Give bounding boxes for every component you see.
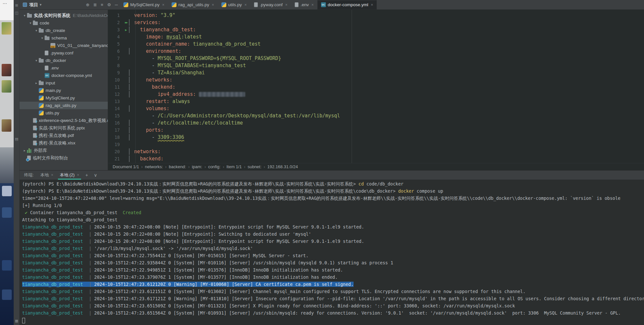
tab-env[interactable]: .env× bbox=[291, 0, 317, 9]
tree-item-rag-api-utils-py[interactable]: rag_api_utils.py bbox=[20, 102, 108, 109]
close-icon[interactable]: × bbox=[162, 3, 164, 7]
close-icon[interactable]: × bbox=[371, 3, 373, 7]
tree-item-item[interactable]: ▸外部库 bbox=[20, 147, 108, 154]
breadcrumb-item[interactable]: subnet: bbox=[247, 164, 261, 169]
code-line-19[interactable]: 19 bbox=[108, 141, 644, 148]
tree-item-code[interactable]: ▾code bbox=[20, 19, 108, 27]
tab-mysqlclient-py[interactable]: MySqlClient.py× bbox=[120, 0, 168, 9]
tree-item-db-docker[interactable]: ▾db_docker bbox=[20, 57, 108, 64]
chevron-down-icon[interactable]: ▾ bbox=[34, 29, 39, 32]
code-line-21[interactable]: 21 backend: bbox=[108, 155, 644, 162]
project-tree[interactable]: ▾实战-实时问答系统E:\BaiduNetdiskDownl▾code▾db_c… bbox=[20, 10, 108, 170]
tree-item-xinference-qwen2-5-14b-mp4[interactable]: xinference-qwen2.5-14b_教学视频.mp4 bbox=[20, 117, 108, 124]
tab-utils-py[interactable]: utils.py× bbox=[218, 0, 250, 9]
fold-marker[interactable] bbox=[129, 156, 134, 162]
tree-item-schema[interactable]: ▾schema bbox=[20, 34, 108, 42]
close-icon[interactable]: × bbox=[312, 3, 314, 7]
breadcrumb-item[interactable]: ipam: bbox=[192, 164, 202, 169]
tab-docker-compose-yml[interactable]: docker-compose.yml× bbox=[317, 0, 377, 9]
tab-pyway-conf[interactable]: .pyway.conf× bbox=[250, 0, 291, 9]
tree-item-pptx[interactable]: 实战-实时问答系统.pptx bbox=[20, 124, 108, 132]
terminal-console[interactable]: (pytorch) PS E:\BaiduNetdiskDownload\39-… bbox=[20, 180, 644, 325]
breadcrumb-item[interactable]: Item 1/1 bbox=[226, 164, 242, 169]
code-line-17[interactable]: 17 ports: bbox=[108, 126, 644, 134]
close-icon[interactable]: × bbox=[212, 3, 214, 7]
fold-marker[interactable] bbox=[129, 120, 134, 126]
project-tool-icon[interactable]: ⊞ bbox=[14, 3, 20, 7]
fold-marker[interactable] bbox=[129, 149, 134, 155]
collapse-all-icon[interactable]: ≣ bbox=[93, 2, 97, 7]
tree-item-input[interactable]: ▸input bbox=[20, 79, 108, 87]
run-icon[interactable]: ▶ bbox=[123, 28, 129, 32]
project-panel-title[interactable]: 项目 bbox=[29, 2, 38, 8]
code-line-7[interactable]: 7 - MYSQL_ROOT_PASSWORD=${MYSQL_ROOT_PAS… bbox=[108, 55, 644, 62]
close-icon[interactable]: × bbox=[285, 3, 287, 7]
terminal-dropdown-icon[interactable]: ∨ bbox=[91, 170, 100, 180]
code-line-12[interactable]: 12 ipv4_address: bbox=[108, 91, 644, 98]
new-terminal-button[interactable]: + bbox=[82, 170, 91, 180]
chevron-down-icon[interactable]: ▾ bbox=[22, 14, 27, 17]
breadcrumb-item[interactable]: Document 1/1 bbox=[113, 164, 139, 169]
terminal-tab-2[interactable]: 本地 (2)× bbox=[57, 170, 83, 180]
chevron-down-icon[interactable]: ▾ bbox=[40, 36, 45, 40]
tree-item-xlsx[interactable]: 携程-景点攻略.xlsx bbox=[20, 139, 108, 147]
code-line-3[interactable]: 3▶ tianyancha_db_test: bbox=[108, 26, 644, 33]
fold-marker[interactable] bbox=[129, 84, 134, 90]
fold-marker[interactable] bbox=[129, 91, 134, 97]
fold-marker[interactable] bbox=[129, 27, 134, 33]
code-area[interactable]: 1version: "3.9"2▶▶services:3▶ tianyancha… bbox=[108, 10, 644, 163]
code-line-13[interactable]: 13 restart: always bbox=[108, 98, 644, 105]
hide-icon[interactable]: ─ bbox=[115, 2, 118, 7]
code-line-16[interactable]: 16 - /etc/localtime:/etc/localtime bbox=[108, 119, 644, 126]
terminal-tool-icon[interactable]: ▦ bbox=[14, 319, 20, 323]
tree-item-main-py[interactable]: main.py bbox=[20, 87, 108, 94]
tree-item-utils-py[interactable]: utils.py bbox=[20, 109, 108, 117]
tree-item-pyway-conf[interactable]: .pyway.conf bbox=[20, 49, 108, 57]
code-line-5[interactable]: 5 container_name: tianyancha_db_prod_tes… bbox=[108, 40, 644, 48]
code-line-11[interactable]: 11 backend: bbox=[108, 83, 644, 91]
fold-marker[interactable] bbox=[129, 127, 134, 133]
tree-item-item[interactable]: 临时文件和控制台 bbox=[20, 154, 108, 162]
fold-marker[interactable] bbox=[129, 20, 134, 25]
favorites-tool-icon[interactable]: ▤ bbox=[14, 137, 20, 141]
tree-item-v01-01-create-tianyancha[interactable]: V01_01__create_tianyancha bbox=[20, 42, 108, 49]
terminal-cursor[interactable] bbox=[22, 318, 25, 323]
terminal-tab-item[interactable]: 本地× bbox=[37, 170, 57, 180]
tree-item-pdf[interactable]: 携程-景点攻略.pdf bbox=[20, 132, 108, 139]
chevron-down-icon[interactable]: ▾ bbox=[40, 3, 42, 7]
fold-marker[interactable] bbox=[129, 134, 134, 140]
code-line-1[interactable]: 1version: "3.9" bbox=[108, 12, 644, 19]
run-all-icon[interactable]: ▶▶ bbox=[123, 21, 129, 24]
code-line-8[interactable]: 8 - MYSQL_DATABASE=tianyancha_test bbox=[108, 62, 644, 69]
tree-item-docker-compose-yml[interactable]: docker-compose.yml bbox=[20, 72, 108, 79]
tree-item-db-create[interactable]: ▾db_create bbox=[20, 27, 108, 34]
code-line-14[interactable]: 14 volumes: bbox=[108, 105, 644, 112]
fold-marker[interactable] bbox=[129, 70, 134, 76]
fold-marker[interactable] bbox=[129, 48, 134, 54]
breadcrumb-item[interactable]: networks: bbox=[145, 164, 163, 169]
fold-marker[interactable] bbox=[129, 106, 134, 111]
chevron-right-icon[interactable]: ▸ bbox=[22, 149, 27, 152]
chevron-down-icon[interactable]: ▾ bbox=[28, 21, 33, 25]
locate-icon[interactable]: ⊕ bbox=[86, 2, 90, 7]
code-line-6[interactable]: 6 environment: bbox=[108, 48, 644, 55]
tree-item-mysqlclient-py[interactable]: MySqlClient.py bbox=[20, 94, 108, 102]
breadcrumb-item[interactable]: 192.168.31.0/24 bbox=[267, 164, 298, 169]
chevron-right-icon[interactable]: ▸ bbox=[34, 81, 39, 85]
tree-item-item[interactable]: ▾实战-实时问答系统E:\BaiduNetdiskDownl bbox=[20, 12, 108, 19]
breadcrumb-item[interactable]: config: bbox=[208, 164, 220, 169]
code-line-4[interactable]: 4 image: mysql:latest bbox=[108, 33, 644, 40]
code-line-20[interactable]: 20networks: bbox=[108, 148, 644, 155]
tree-item-env[interactable]: .env bbox=[20, 64, 108, 72]
code-line-10[interactable]: 10 networks: bbox=[108, 76, 644, 83]
chevron-down-icon[interactable]: ▾ bbox=[34, 59, 39, 62]
code-line-18[interactable]: 18 - 3309:3306 bbox=[108, 134, 644, 141]
close-icon[interactable]: × bbox=[245, 3, 247, 7]
code-line-9[interactable]: 9 - TZ=Asia/Shanghai bbox=[108, 69, 644, 76]
options-icon[interactable]: ⚙ bbox=[107, 2, 111, 7]
code-line-15[interactable]: 15 - /C:/Users/Administrator/Desktop/mys… bbox=[108, 112, 644, 119]
close-icon[interactable]: × bbox=[77, 173, 79, 177]
structure-tool-icon[interactable]: ◫ bbox=[14, 11, 20, 15]
code-line-2[interactable]: 2▶▶services: bbox=[108, 19, 644, 26]
tab-rag-api-utils-py[interactable]: rag_api_utils.py× bbox=[168, 0, 218, 9]
